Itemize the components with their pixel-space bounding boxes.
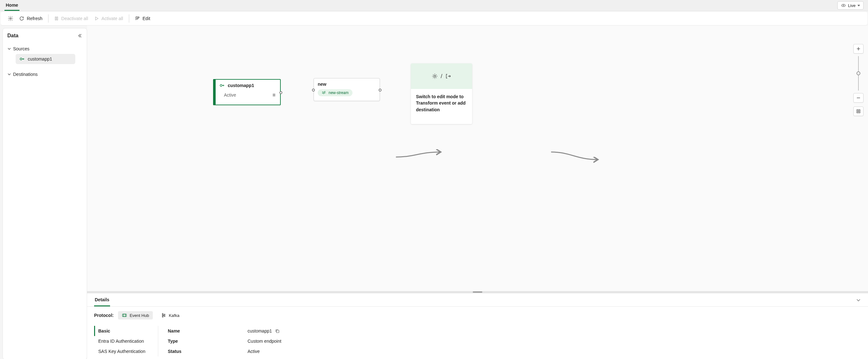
tab-home[interactable]: Home [4,0,20,11]
field-status-val: Active [248,349,260,354]
stream-icon [321,91,326,95]
svg-point-18 [162,314,163,314]
edit-icon [135,16,140,21]
collapse-details-icon[interactable] [856,297,861,302]
node-new[interactable]: new new-stream [314,78,380,101]
deactivate-all-button[interactable]: Deactivate all [51,14,91,23]
svg-point-19 [162,315,163,316]
sidebar-item-customapp1[interactable]: customapp1 [16,54,75,64]
protocol-label: Protocol: [94,313,114,318]
transform-icon [432,73,438,79]
toolbar: Refresh Deactivate all Activate all Edit [1,12,867,26]
collapse-sidebar-icon[interactable] [77,33,82,38]
protocol-eventhub[interactable]: Event Hub [118,311,153,320]
svg-point-22 [164,316,165,317]
pause-icon [54,16,59,21]
sidebar-item-label: customapp1 [28,57,52,62]
port-out[interactable] [279,91,282,94]
svg-line-24 [163,315,164,316]
tab-details[interactable]: Details [94,293,110,306]
details-nav-basic[interactable]: Basic [94,326,152,336]
node-new-title: new [318,81,376,89]
sidebar: Data Sources customapp1 Destinations [3,28,87,359]
svg-point-21 [164,314,165,315]
zoom-in-button[interactable] [853,44,864,54]
details-divider [158,326,158,356]
slash: / [440,73,442,80]
canvas[interactable]: customapp1 Active new new-stream [87,26,868,291]
plus-icon [856,46,861,51]
details-nav: Basic Entra ID Authentication SAS Key Au… [94,326,152,356]
svg-rect-3 [57,17,58,20]
sources-label: Sources [13,46,29,51]
svg-point-4 [20,58,22,60]
svg-point-9 [434,75,436,77]
svg-rect-2 [55,17,56,20]
play-icon [94,16,99,21]
sidebar-section-sources[interactable]: Sources [3,44,87,54]
node-destination-placeholder[interactable]: / Switch to edit mode to Transform event… [411,63,472,124]
field-status-key: Status [168,349,248,354]
eye-icon [841,3,846,8]
fit-view-button[interactable] [853,106,864,116]
dest-placeholder-text: Switch to edit mode to Transform event o… [411,89,472,117]
sidebar-title: Data [7,33,19,39]
fit-icon [856,109,861,113]
edit-button[interactable]: Edit [132,14,153,23]
zoom-out-button[interactable] [853,93,864,103]
protocol-kafka[interactable]: Kafka [157,311,183,320]
field-type-val: Custom endpoint [248,338,281,344]
port-in[interactable] [312,89,315,92]
output-icon [445,73,452,79]
connections [87,26,868,291]
destinations-label: Destinations [13,72,38,77]
details-nav-entra[interactable]: Entra ID Authentication [94,336,152,346]
svg-rect-13 [857,110,860,113]
activate-all-button[interactable]: Activate all [91,14,126,23]
chevron-down-icon [858,5,860,6]
node-source-customapp1[interactable]: customapp1 Active [213,79,281,105]
gear-icon [8,15,13,21]
zoom-controls [853,44,864,116]
sidebar-section-destinations[interactable]: Destinations [3,69,87,79]
stream-pill[interactable]: new-stream [318,89,352,96]
protocol-kafka-label: Kafka [169,313,179,318]
edit-label: Edit [143,16,150,21]
live-label: Live [848,3,856,8]
minus-icon [856,96,861,100]
live-mode-dropdown[interactable]: Live [837,1,864,9]
details-panel: Details Protocol: Event Hub [87,293,868,359]
node-source-status: Active [224,93,236,98]
activate-all-label: Activate all [101,16,123,21]
endpoint-icon [219,83,224,88]
svg-point-20 [162,316,163,317]
toolbar-separator [129,14,129,23]
chevron-down-icon [7,72,11,76]
settings-button[interactable] [5,14,16,23]
splitter[interactable] [87,291,868,293]
eventhub-icon [122,313,127,318]
chevron-down-icon [7,47,11,51]
svg-rect-15 [123,314,126,317]
kafka-icon [161,313,166,318]
field-type-key: Type [168,338,248,344]
svg-rect-25 [277,330,279,332]
svg-point-0 [843,5,844,6]
deactivate-all-label: Deactivate all [61,16,88,21]
svg-point-1 [10,18,11,20]
details-table: Name customapp1 Type Custom endpoint [165,326,861,356]
stream-label: new-stream [329,91,349,95]
zoom-thumb[interactable] [857,71,860,75]
field-name-val: customapp1 [248,328,272,333]
field-name-key: Name [168,328,248,333]
svg-point-5 [220,85,222,87]
details-nav-sas[interactable]: SAS Key Authentication [94,346,152,356]
port-out[interactable] [379,89,381,92]
endpoint-icon [20,57,25,62]
menu-icon[interactable] [272,93,276,97]
protocol-eventhub-label: Event Hub [129,313,149,318]
refresh-button[interactable]: Refresh [16,14,45,23]
node-source-title: customapp1 [228,83,254,88]
copy-icon[interactable] [275,329,280,333]
zoom-slider[interactable] [858,56,859,91]
